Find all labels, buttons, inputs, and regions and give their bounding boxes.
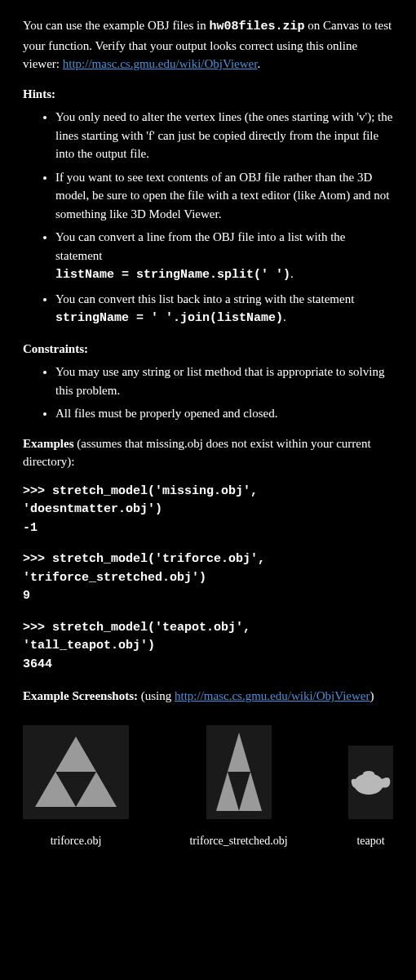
svg-marker-3 — [228, 733, 250, 772]
intro-text-a: You can use the example OBJ files in — [23, 19, 209, 32]
hints-heading: Hints: — [23, 85, 393, 104]
svg-marker-2 — [76, 772, 117, 807]
triforce-stretched-icon — [216, 731, 262, 813]
triforce-thumbnail — [23, 725, 129, 819]
teapot-icon — [351, 766, 392, 799]
hint-item: You can convert a line from the OBJ file… — [55, 228, 393, 285]
hint-text: . — [283, 310, 286, 323]
examples-sub: (assumes that missing.obj does not exist… — [23, 437, 371, 469]
svg-point-7 — [363, 771, 374, 776]
screenshot-item: teapot — [348, 746, 393, 849]
hint-item: You can convert this list back into a st… — [55, 290, 393, 328]
examples-label: Examples — [23, 437, 74, 450]
intro-filename: hw08files.zip — [209, 20, 304, 33]
screenshots-row: triforce.obj triforce_stretched.obj teap… — [23, 725, 393, 849]
svg-point-6 — [354, 773, 383, 795]
constraints-heading: Constraints: — [23, 340, 393, 359]
screenshot-item: triforce_stretched.obj — [189, 725, 287, 849]
screenshots-text: (using — [138, 689, 175, 702]
hint-text: You can convert a line from the OBJ file… — [55, 230, 346, 262]
svg-marker-1 — [35, 772, 76, 807]
constraints-list: You may use any string or list method th… — [23, 363, 393, 423]
hint-code: listName = stringName.split(' ') — [55, 268, 290, 282]
code-example-1: >>> stretch_model('missing.obj', 'doesnt… — [23, 483, 393, 538]
svg-marker-0 — [55, 737, 96, 772]
caption: teapot — [356, 832, 384, 849]
hint-item: If you want to see text contents of an O… — [55, 168, 393, 224]
hint-text: You can convert this list back into a st… — [55, 292, 354, 305]
code-example-2: >>> stretch_model('triforce.obj', 'trifo… — [23, 550, 393, 606]
triforce-icon — [35, 735, 117, 808]
svg-marker-4 — [216, 772, 239, 811]
screenshots-text-c: ) — [370, 689, 374, 702]
svg-marker-5 — [239, 772, 262, 811]
constraint-item: You may use any string or list method th… — [55, 363, 393, 399]
hint-text: . — [290, 267, 294, 280]
hint-item: You only need to alter the vertex lines … — [55, 108, 393, 163]
screenshot-item: triforce.obj — [23, 725, 129, 849]
hints-list: You only need to alter the vertex lines … — [23, 108, 393, 328]
screenshots-heading: Example Screenshots: (using http://masc.… — [23, 687, 393, 706]
intro-link[interactable]: http://masc.cs.gmu.edu/wiki/ObjViewer — [63, 57, 258, 70]
screenshots-label: Example Screenshots: — [23, 689, 138, 702]
constraint-item: All files must be properly opened and cl… — [55, 404, 393, 423]
examples-heading: Examples (assumes that missing.obj does … — [23, 434, 393, 471]
code-example-3: >>> stretch_model('teapot.obj', 'tall_te… — [23, 619, 393, 675]
caption: triforce_stretched.obj — [189, 832, 287, 849]
intro-text-d: . — [257, 57, 260, 70]
teapot-thumbnail — [348, 746, 393, 819]
hint-code: stringName = ' '.join(listName) — [55, 311, 283, 325]
caption: triforce.obj — [51, 832, 102, 849]
intro-paragraph: You can use the example OBJ files in hw0… — [23, 16, 393, 74]
triforce-stretched-thumbnail — [206, 725, 272, 819]
screenshots-link[interactable]: http://masc.cs.gmu.edu/wiki/ObjViewer — [175, 689, 370, 702]
